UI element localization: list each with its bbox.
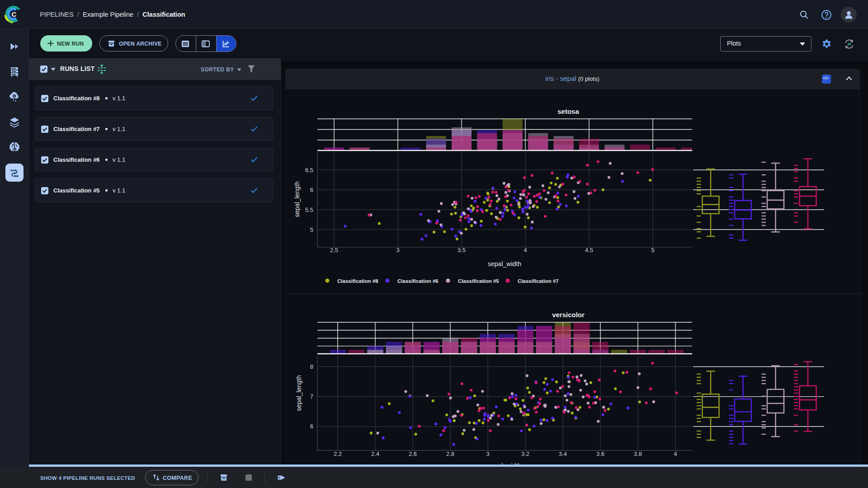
svg-text:4: 4 [524,247,527,253]
svg-text:6: 6 [310,187,313,193]
svg-text:Classification #5: Classification #5 [458,278,499,284]
svg-text:2.6: 2.6 [409,450,417,457]
svg-text:sepal_length: sepal_length [293,181,301,217]
svg-text:3.5: 3.5 [458,247,466,253]
svg-text:setosa: setosa [557,108,579,115]
svg-text:3.8: 3.8 [634,450,642,457]
svg-text:7: 7 [310,393,313,400]
svg-text:3: 3 [486,450,489,457]
svg-text:4: 4 [674,450,677,457]
svg-text:3.2: 3.2 [521,450,529,457]
svg-text:Classification #6: Classification #6 [397,278,439,284]
svg-text:3.6: 3.6 [596,450,604,457]
svg-text:8: 8 [310,363,313,370]
svg-text:5.5: 5.5 [305,206,313,213]
svg-text:sepal_length: sepal_length [295,375,302,411]
svg-text:2.5: 2.5 [330,247,338,253]
svg-text:2.4: 2.4 [371,450,379,457]
svg-text:6: 6 [310,423,313,430]
svg-text:2.8: 2.8 [446,450,454,457]
svg-text:5: 5 [310,226,313,233]
svg-text:5: 5 [651,247,654,253]
svg-text:sepal_width: sepal_width [488,260,521,267]
svg-text:2.2: 2.2 [334,450,342,457]
svg-text:4.5: 4.5 [585,247,593,253]
svg-text:Classification #8: Classification #8 [337,278,378,284]
svg-text:versicolor: versicolor [552,311,585,319]
svg-text:3: 3 [396,247,399,253]
svg-text:C: C [12,10,17,18]
svg-text:3.4: 3.4 [559,450,567,457]
svg-text:Classification #7: Classification #7 [518,278,559,284]
svg-text:6.5: 6.5 [305,167,313,174]
